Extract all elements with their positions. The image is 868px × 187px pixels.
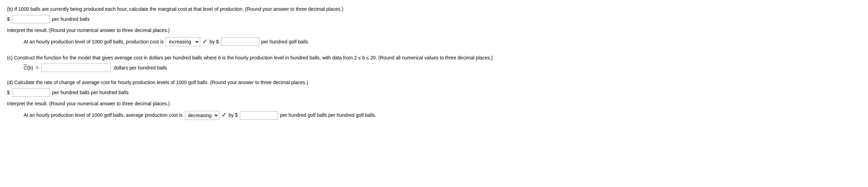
d-interpret-text: At an hourly production level of 1000 go… xyxy=(24,111,183,120)
section-b-question: (b) If 1000 balls are currently being pr… xyxy=(7,6,861,13)
d-dollar-label: $ xyxy=(7,90,10,95)
c-question-range: 2 ≤ b ≤ 20. xyxy=(354,55,377,60)
b-answer-input[interactable] xyxy=(12,15,50,23)
b-by-dollar: by $ xyxy=(210,38,219,46)
c-question-mid: is the hourly production level in hundre… xyxy=(221,55,354,60)
d-checkmark-icon: ✓ xyxy=(221,109,227,121)
d-interpret-input[interactable] xyxy=(240,111,278,120)
c-question-b: b xyxy=(218,55,221,60)
b-dropdown[interactable]: increasing decreasing xyxy=(166,37,200,46)
d-question-text: (d) Calculate the rate of change of aver… xyxy=(7,80,308,85)
b-interpret-label: Interpret the result. (Round your numeri… xyxy=(7,27,861,34)
d-unit-end: per hundred golf balls per hundred golf … xyxy=(280,111,376,120)
section-d-question: (d) Calculate the rate of change of aver… xyxy=(7,79,861,86)
section-d: (d) Calculate the rate of change of aver… xyxy=(7,79,861,121)
b-checkmark-icon: ✓ xyxy=(202,36,207,47)
section-b: (b) If 1000 balls are currently being pr… xyxy=(7,6,861,47)
b-interpret-text: At an hourly production level of 1000 go… xyxy=(24,38,164,46)
b-unit-end: per hundred golf balls. xyxy=(261,38,310,46)
d-dropdown[interactable]: increasing decreasing xyxy=(185,111,219,120)
d-by-dollar: by $ xyxy=(229,111,238,120)
c-formula-label: C(b) xyxy=(24,65,33,71)
b-dollar-label: $ xyxy=(7,16,10,22)
section-c-question: (c) Construct the function for the model… xyxy=(7,54,861,62)
c-equals: = xyxy=(36,65,39,71)
b-question-text: (b) If 1000 balls are currently being pr… xyxy=(7,6,343,12)
c-unit-label: dollars per hundred balls xyxy=(114,65,167,71)
b-interpret-input[interactable] xyxy=(221,38,259,46)
section-c: (c) Construct the function for the model… xyxy=(7,54,861,72)
c-question-prefix: (c) Construct the function for the model… xyxy=(7,55,218,60)
c-question-end: (Round all numerical values to three dec… xyxy=(377,55,493,60)
d-answer-input[interactable] xyxy=(12,88,50,97)
b-interpret-line: At an hourly production level of 1000 go… xyxy=(7,36,861,47)
c-formula-line: C(b) = dollars per hundred balls xyxy=(7,64,861,72)
b-unit-label: per hundred balls xyxy=(52,16,90,22)
c-formula-input[interactable] xyxy=(41,64,111,72)
d-unit-label: per hundred balls per hundred balls xyxy=(52,90,129,95)
d-interpret-line: At an hourly production level of 1000 go… xyxy=(7,109,861,121)
d-interpret-label: Interpret the result. (Round your numeri… xyxy=(7,100,861,107)
